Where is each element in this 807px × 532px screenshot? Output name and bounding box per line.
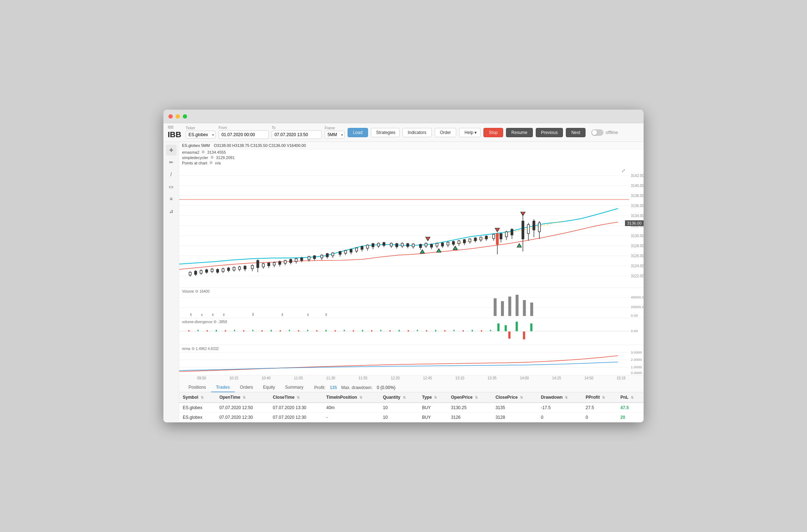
- profit-value: 135: [330, 385, 337, 390]
- magnet-tool[interactable]: ⊿: [166, 206, 177, 216]
- svg-text:3124.00: 3124.00: [631, 264, 644, 268]
- svg-rect-121: [485, 236, 487, 239]
- svg-rect-200: [426, 330, 427, 332]
- col-openprice[interactable]: OpenPrice ⇅: [448, 392, 492, 403]
- svg-rect-115: [469, 239, 471, 242]
- cell-quantity: 10: [379, 413, 419, 422]
- svg-rect-158: [212, 313, 214, 316]
- cell-closetime: 07.07.2020 13:30: [269, 403, 323, 413]
- expand-icon[interactable]: ⤢: [621, 168, 626, 173]
- table-row: ES.globex07.07.2020 12:3007.07.2020 12:3…: [179, 413, 644, 422]
- svg-rect-207: [490, 330, 491, 331]
- chart-wrap: ES.globex 5MM O3138.00 H3138.75 C3135.50…: [179, 142, 644, 422]
- tabs-bar: Positions Trades Orders Equity Summary P…: [179, 381, 644, 392]
- svg-rect-187: [307, 330, 308, 331]
- ticker-select[interactable]: ES.globex: [186, 131, 216, 139]
- svg-rect-53: [301, 258, 303, 260]
- vdiv-gear[interactable]: ⚙: [213, 320, 217, 324]
- from-input[interactable]: [219, 130, 269, 139]
- frame-select-wrap[interactable]: 5MM: [325, 131, 345, 139]
- col-pprofit[interactable]: PProfit ⇅: [582, 392, 617, 403]
- svg-rect-196: [390, 330, 391, 332]
- resume-button[interactable]: Resume: [506, 128, 533, 137]
- svg-rect-179: [234, 330, 235, 331]
- trades-table-container: Symbol ⇅ OpenTime ⇅ CloseTime ⇅ TimeInPo…: [179, 392, 644, 422]
- svg-text:20000.00: 20000.00: [631, 305, 644, 309]
- svg-rect-209: [505, 325, 507, 331]
- svg-rect-199: [417, 330, 418, 331]
- emasma2-label: emasma2: [182, 150, 199, 154]
- svg-rect-119: [480, 237, 482, 240]
- ticker-select-wrap[interactable]: ES.globex: [186, 131, 216, 139]
- time-tick: 14:50: [584, 376, 593, 380]
- svg-rect-161: [282, 313, 283, 316]
- simpledecycler-gear[interactable]: ⚙: [210, 155, 214, 160]
- emasma2-row: emasma2 ⚙ 3134.4555: [179, 149, 644, 155]
- col-quantity[interactable]: Quantity ⇅: [379, 392, 419, 403]
- text-tool[interactable]: ≡: [166, 193, 177, 204]
- help-button[interactable]: Help ▾: [459, 128, 481, 137]
- cell-timeinposition: 40m: [323, 403, 379, 413]
- to-input[interactable]: [272, 130, 322, 139]
- col-timeinposition[interactable]: TimeInPosition ⇅: [323, 392, 379, 403]
- from-label: From: [219, 126, 269, 130]
- svg-rect-41: [268, 263, 270, 266]
- col-opentime[interactable]: OpenTime ⇅: [216, 392, 269, 403]
- main-toolbar: IBB IBB Ticker ES.globex From To Frame: [163, 123, 644, 142]
- svg-rect-91: [412, 244, 414, 247]
- cell-pprofit: 0: [582, 413, 617, 422]
- pencil-tool[interactable]: ✏: [166, 157, 177, 168]
- rect-tool[interactable]: ▭: [166, 181, 177, 192]
- svg-text:3134.00: 3134.00: [631, 214, 644, 218]
- col-closetime[interactable]: CloseTime ⇅: [269, 392, 323, 403]
- svg-rect-211: [516, 322, 518, 331]
- emasma2-gear[interactable]: ⚙: [201, 150, 205, 154]
- symbol-info: ES.globex 5MM: [182, 143, 210, 148]
- volume-gear[interactable]: ⚙: [195, 289, 199, 293]
- pointsatchart-gear[interactable]: ⚙: [209, 160, 213, 165]
- indicators-button[interactable]: Indicators: [402, 128, 432, 137]
- load-button[interactable]: Load: [348, 128, 368, 137]
- col-type[interactable]: Type ⇅: [419, 392, 448, 403]
- col-drawdown[interactable]: Drawdown ⇅: [537, 392, 582, 403]
- svg-rect-203: [453, 330, 454, 331]
- col-closeprice[interactable]: ClosePrice ⇅: [492, 392, 538, 403]
- col-symbol[interactable]: Symbol ⇅: [179, 392, 216, 403]
- svg-rect-108: [452, 241, 454, 244]
- line-tool[interactable]: /: [166, 169, 177, 180]
- tab-summary[interactable]: Summary: [280, 383, 308, 392]
- stop-button[interactable]: Stop: [483, 128, 503, 137]
- tab-equity[interactable]: Equity: [258, 383, 280, 392]
- tab-trades[interactable]: Trades: [211, 383, 235, 392]
- svg-rect-169: [530, 303, 533, 316]
- svg-text:1.0000: 1.0000: [631, 365, 642, 369]
- svg-rect-212: [523, 331, 525, 339]
- close-button[interactable]: [168, 114, 173, 119]
- col-pnl[interactable]: PnL ⇅: [617, 392, 644, 403]
- svg-text:0.0000: 0.0000: [631, 371, 642, 375]
- svg-rect-75: [366, 245, 368, 248]
- frame-select[interactable]: 5MM: [325, 131, 345, 139]
- offline-toggle[interactable]: [591, 129, 603, 136]
- svg-rect-87: [401, 243, 403, 246]
- pointsatchart-label: Points at chart: [182, 161, 207, 165]
- maximize-button[interactable]: [183, 114, 187, 119]
- svg-rect-189: [325, 330, 326, 332]
- volume-label: Volume ⚙ 16400: [182, 289, 210, 294]
- tab-positions[interactable]: Positions: [183, 383, 211, 392]
- previous-button[interactable]: Previous: [536, 128, 563, 137]
- time-tick: 12:20: [391, 376, 400, 380]
- main-chart[interactable]: ⤢ 3136.00: [179, 166, 644, 287]
- strategies-button[interactable]: Strategies: [371, 128, 400, 137]
- order-button[interactable]: Order: [435, 128, 457, 137]
- rema-gear[interactable]: ⚙: [191, 346, 195, 351]
- crosshair-tool[interactable]: ✛: [166, 145, 177, 155]
- next-button[interactable]: Next: [566, 128, 586, 137]
- svg-rect-175: [197, 330, 199, 331]
- minimize-button[interactable]: [176, 114, 180, 119]
- ticker-label: IBB: [168, 125, 183, 129]
- tab-orders[interactable]: Orders: [235, 383, 258, 392]
- svg-rect-166: [508, 297, 511, 316]
- profit-label: Profit:: [314, 385, 325, 390]
- vdiv-label: volume-divergence ⚙ -3858: [182, 320, 227, 324]
